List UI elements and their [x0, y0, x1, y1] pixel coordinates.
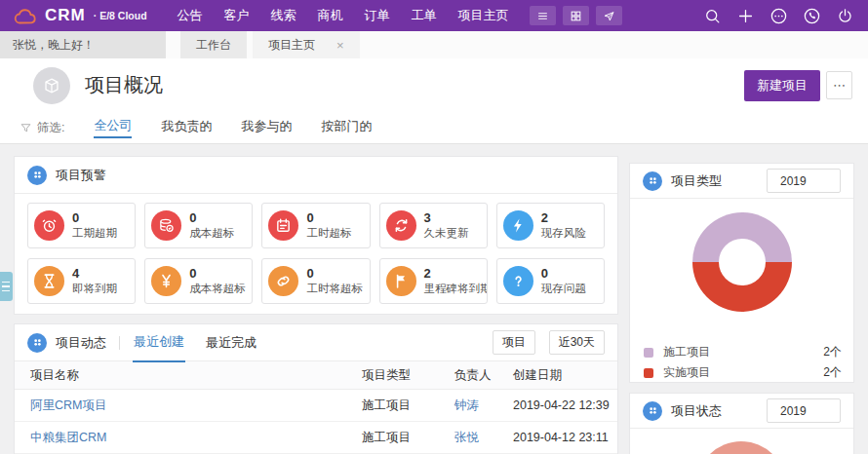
table-row: 阿里CRM项目 施工项目 钟涛 2019-04-22 12:39	[15, 390, 617, 422]
alert-count: 2	[541, 210, 586, 226]
status-panel-title: 项目状态	[671, 402, 722, 420]
send-plane-icon[interactable]	[596, 6, 622, 25]
activity-panel-header: 项目动态 最近创建 最近完成 项目 近30天	[15, 324, 617, 361]
nav-item[interactable]: 线索	[260, 0, 307, 31]
funnel-icon	[20, 122, 32, 134]
alert-card[interactable]: 0 工期超期	[27, 203, 136, 248]
nav-item[interactable]: 公告	[167, 0, 214, 31]
nav-menu: 公告 客户 线索 商机 订单 工单 项目主页	[167, 0, 520, 31]
alert-label: 成本超标	[189, 226, 234, 241]
alert-count: 0	[541, 266, 586, 282]
alert-card[interactable]: 0 成本超标	[144, 203, 253, 248]
side-panel-handle[interactable]	[0, 272, 13, 301]
year-select[interactable]: 2019	[767, 398, 841, 423]
filter-select[interactable]: 近30天	[549, 330, 605, 355]
new-project-button[interactable]: 新建项目	[744, 70, 820, 101]
alert-label: 即将到期	[72, 282, 117, 296]
legend-item[interactable]: 实施项目 2个	[644, 362, 842, 383]
project-name-link[interactable]: 中粮集团CRM	[15, 430, 362, 446]
filter-option[interactable]: 我参与的	[241, 118, 292, 137]
project-name-link[interactable]: 阿里CRM项目	[15, 397, 362, 414]
alert-label: 工时将超标	[306, 282, 363, 296]
alert-label: 成本将超标	[189, 282, 246, 296]
filter-option[interactable]: 全公司	[94, 117, 132, 138]
window-tabbar: 张悦，晚上好！ 工作台 × 项目主页 ×	[0, 31, 868, 58]
yuan-icon	[151, 266, 181, 296]
plus-icon[interactable]	[736, 7, 755, 25]
alert-label: 工时超标	[306, 226, 351, 241]
filter-bar: 筛选: 全公司 我负责的 我参与的 按部门的	[0, 112, 868, 144]
more-options-button[interactable]: ⋯	[826, 71, 852, 99]
owner-link[interactable]: 钟涛	[454, 397, 513, 414]
alert-card[interactable]: 3 久未更新	[379, 203, 488, 248]
nav-item[interactable]: 工单	[401, 0, 448, 31]
coins-icon	[151, 210, 181, 241]
nav-item[interactable]: 项目主页	[448, 0, 520, 31]
nav-action-icons	[703, 7, 854, 25]
project-status-donut-chart	[696, 441, 786, 454]
activity-tab[interactable]: 最近完成	[205, 324, 257, 361]
project-type: 施工项目	[362, 397, 454, 414]
close-icon[interactable]: ×	[336, 38, 344, 53]
window-tab-label: 工作台	[196, 37, 231, 54]
nav-tool-buttons	[530, 6, 622, 25]
window-tab-label: 项目主页	[268, 37, 315, 54]
sync-icon	[386, 210, 416, 241]
activity-tab[interactable]: 最近创建	[133, 323, 185, 362]
nav-item[interactable]: 订单	[354, 0, 401, 31]
dots-grid-icon	[643, 171, 662, 191]
project-alerts-panel: 项目预警 0 工期超期 0 成本超标	[14, 156, 618, 315]
logo-text: CRM	[45, 6, 86, 25]
legend-item[interactable]: 施工项目 2个	[644, 342, 842, 362]
filter-label: 筛选:	[20, 120, 64, 136]
top-navbar: CRM · E/8 Cloud 公告 客户 线索 商机 订单 工单 项目主页	[0, 0, 868, 31]
alert-card[interactable]: 2 现存风险	[496, 203, 605, 248]
power-icon[interactable]	[836, 7, 854, 25]
nav-item[interactable]: 客户	[214, 0, 260, 31]
app-logo[interactable]: CRM · E/8 Cloud	[14, 6, 147, 25]
owner-link[interactable]: 张悦	[454, 430, 513, 446]
legend-label: 实施项目	[663, 364, 710, 381]
alert-count: 2	[424, 266, 488, 282]
phone-icon[interactable]	[803, 7, 821, 25]
alert-card[interactable]: 0 工时超标	[261, 203, 370, 248]
search-icon[interactable]	[703, 7, 722, 25]
col-created-date[interactable]: 创建日期	[513, 367, 617, 384]
grid-apps-icon[interactable]	[563, 6, 589, 25]
bolt-icon	[503, 210, 533, 241]
year-select[interactable]: 2019	[767, 169, 841, 193]
type-panel-header: 项目类型 2019	[630, 164, 853, 199]
project-activity-panel: 项目动态 最近创建 最近完成 项目 近30天 项目名称 项目类型 负责人	[14, 323, 618, 454]
window-tab[interactable]: 工作台 ×	[180, 31, 247, 58]
calendar-icon	[268, 210, 298, 241]
legend-swatch	[644, 368, 653, 378]
filter-option[interactable]: 我负责的	[161, 118, 212, 137]
more-circle-icon[interactable]	[769, 7, 788, 25]
project-type-panel: 项目类型 2019 施工项目 2个 实施项目 2个	[629, 163, 854, 383]
alert-count: 0	[306, 210, 351, 226]
alert-card[interactable]: 0 现存问题	[496, 258, 605, 304]
filter-option[interactable]: 按部门的	[321, 118, 372, 137]
nav-item[interactable]: 商机	[307, 0, 354, 31]
dots-grid-icon	[643, 401, 662, 421]
col-project-type[interactable]: 项目类型	[362, 367, 454, 384]
alert-card[interactable]: 4 即将到期	[27, 258, 136, 304]
window-tab[interactable]: 项目主页 ×	[253, 31, 360, 58]
logo-suffix: · E/8 Cloud	[94, 10, 147, 21]
type-panel-title: 项目类型	[671, 172, 722, 190]
col-project-name[interactable]: 项目名称	[15, 367, 362, 384]
hamburger-menu-icon[interactable]	[530, 6, 556, 25]
alert-label: 工期超期	[72, 226, 117, 241]
alert-card[interactable]: 0 成本将超标	[144, 258, 253, 304]
greeting-text: 张悦，晚上好！	[0, 31, 166, 58]
alerts-panel-title: 项目预警	[56, 167, 106, 184]
question-icon	[503, 266, 533, 296]
alert-card[interactable]: 2 里程碑将到期	[379, 258, 488, 304]
legend-label: 施工项目	[663, 344, 710, 360]
alert-card[interactable]: 0 工时将超标	[261, 258, 370, 304]
filter-select[interactable]: 项目	[493, 330, 535, 355]
col-owner[interactable]: 负责人	[454, 367, 513, 384]
project-type: 施工项目	[362, 430, 454, 446]
created-date: 2019-04-12 23:11	[513, 431, 617, 444]
project-status-panel: 项目状态 2019	[629, 393, 854, 454]
